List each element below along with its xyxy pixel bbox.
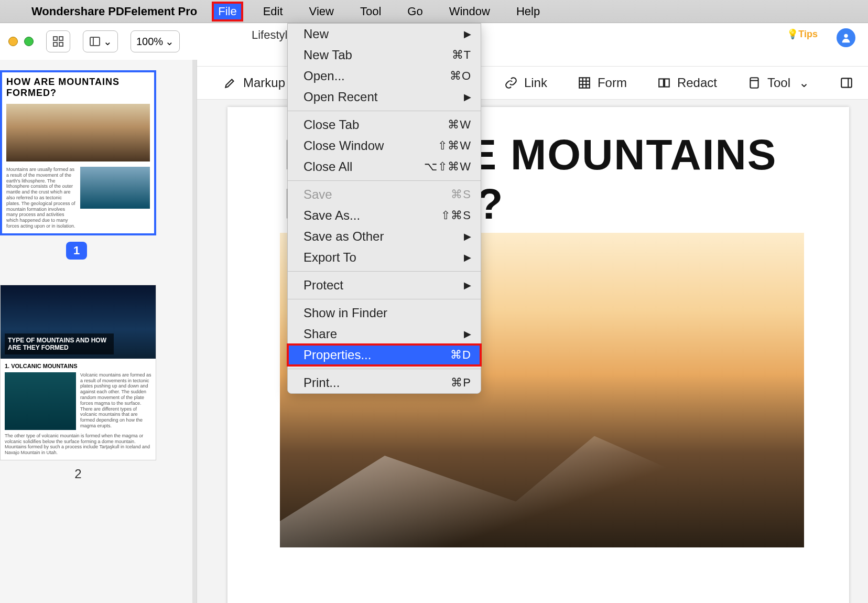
- menu-item-save-as-other[interactable]: Save as Other▶: [288, 226, 481, 247]
- menu-item-new-tab[interactable]: New Tab⌘T: [288, 45, 481, 66]
- thumb-subtitle: 1. VOLCANIC MOUNTAINS: [5, 363, 151, 369]
- tab-title[interactable]: Lifestyl: [252, 28, 287, 42]
- toolbar-form-label: Form: [598, 76, 627, 90]
- menu-shortcut: ⌘W: [448, 118, 471, 132]
- thumb-title: HOW ARE MOUNTAINS FORMED?: [6, 77, 150, 99]
- tool-icon: [747, 76, 761, 90]
- thumb-title: TYPE OF MOUNTAINS AND HOW ARE THEY FORME…: [5, 333, 114, 354]
- thumb-text: Mountains are usually formed as a result…: [6, 167, 76, 229]
- menu-item-label: Open...: [303, 69, 345, 83]
- thumbnail-page-1[interactable]: HOW ARE MOUNTAINS FORMED? Mountains are …: [0, 70, 156, 235]
- svg-rect-16: [841, 78, 852, 87]
- mac-menubar: Wondershare PDFelement Pro File Edit Vie…: [0, 0, 868, 23]
- menu-item-label: New Tab: [303, 48, 352, 62]
- page-number-2: 2: [0, 467, 156, 481]
- svg-point-6: [844, 34, 848, 38]
- menu-shortcut: ⌘T: [452, 48, 471, 62]
- menu-item-label: Save As...: [303, 208, 360, 223]
- grid-icon: [52, 35, 64, 48]
- menu-item-close-all[interactable]: Close All⌥⇧⌘W: [288, 156, 481, 177]
- file-menu: New▶New Tab⌘TOpen...⌘OOpen Recent▶Close …: [287, 23, 481, 394]
- submenu-arrow-icon: ▶: [464, 279, 471, 291]
- chevron-down-icon: ⌄: [799, 76, 809, 90]
- svg-rect-3: [59, 42, 63, 46]
- menu-shortcut: ⌘S: [451, 188, 471, 201]
- account-avatar[interactable]: [837, 28, 855, 47]
- menu-shortcut: ⌥⇧⌘W: [424, 160, 471, 174]
- markup-icon: [223, 76, 237, 90]
- menu-item-print-[interactable]: Print...⌘P: [288, 372, 481, 393]
- menu-separator: [288, 299, 481, 299]
- minimize-button[interactable]: [8, 37, 18, 46]
- menu-item-label: Print...: [303, 375, 340, 390]
- menu-item-open-[interactable]: Open...⌘O: [288, 66, 481, 87]
- menu-shortcut: ⌘O: [450, 69, 471, 83]
- submenu-arrow-icon: ▶: [464, 28, 471, 40]
- sidebar: HOW ARE MOUNTAINS FORMED? Mountains are …: [0, 60, 197, 603]
- menu-tool[interactable]: Tool: [355, 3, 386, 20]
- menu-item-save-as-[interactable]: Save As...⇧⌘S: [288, 205, 481, 226]
- menu-item-save: Save⌘S: [288, 184, 481, 205]
- toolbar-link[interactable]: Link: [504, 76, 547, 90]
- menu-shortcut: ⌘P: [451, 376, 471, 390]
- thumbnails-toggle[interactable]: [46, 30, 70, 52]
- toolbar-redact[interactable]: Redact: [657, 76, 717, 90]
- menu-item-show-in-finder[interactable]: Show in Finder: [288, 303, 481, 324]
- thumbnail-page-2[interactable]: TYPE OF MOUNTAINS AND HOW ARE THEY FORME…: [0, 285, 156, 460]
- menu-item-close-window[interactable]: Close Window⇧⌘W: [288, 135, 481, 156]
- zoom-select[interactable]: 100% ⌄: [131, 30, 180, 52]
- menu-item-label: Export To: [303, 250, 356, 265]
- sidebar-mode-select[interactable]: ⌄: [83, 30, 118, 52]
- tips-button[interactable]: 💡Tips: [787, 28, 818, 40]
- sidebar-scrollbar[interactable]: [192, 60, 197, 451]
- tips-label: Tips: [798, 29, 818, 39]
- svg-rect-4: [90, 37, 100, 46]
- menu-file[interactable]: File: [213, 3, 242, 20]
- menu-item-open-recent[interactable]: Open Recent▶: [288, 87, 481, 107]
- svg-rect-14: [750, 78, 758, 88]
- toolbar-link-label: Link: [524, 76, 547, 90]
- toolbar-markup-label: Markup: [243, 76, 285, 90]
- menu-item-label: Close Window: [303, 138, 384, 153]
- menu-item-export-to[interactable]: Export To▶: [288, 247, 481, 268]
- page-badge-1: 1: [66, 242, 87, 260]
- menu-separator: [288, 111, 481, 111]
- menu-separator: [288, 369, 481, 369]
- person-icon: [840, 32, 852, 44]
- menu-shortcut: ⇧⌘W: [438, 139, 471, 153]
- menu-item-close-tab[interactable]: Close Tab⌘W: [288, 114, 481, 135]
- thumb-text: The other type of volcanic mountain is f…: [5, 433, 151, 456]
- zoom-button[interactable]: [24, 37, 34, 46]
- menu-view[interactable]: View: [304, 3, 339, 20]
- menu-item-protect[interactable]: Protect▶: [288, 275, 481, 296]
- app-name: Wondershare PDFelement Pro: [31, 5, 197, 18]
- menu-item-properties-[interactable]: Properties...⌘D: [288, 344, 481, 365]
- toolbar-panel-toggle[interactable]: [840, 76, 853, 90]
- link-icon: [504, 76, 518, 90]
- thumb-text: Volcanic mountains are formed as a resul…: [80, 372, 151, 430]
- menu-item-label: Open Recent: [303, 90, 377, 104]
- toolbar-redact-label: Redact: [677, 76, 717, 90]
- menu-item-share[interactable]: Share▶: [288, 324, 481, 344]
- submenu-arrow-icon: ▶: [464, 328, 471, 340]
- menu-shortcut: ⇧⌘S: [441, 209, 471, 222]
- menu-item-label: Properties...: [303, 348, 371, 362]
- menu-help[interactable]: Help: [511, 3, 545, 20]
- form-icon: [578, 76, 591, 90]
- menu-item-label: New: [303, 27, 329, 41]
- menu-item-label: Close All: [303, 159, 352, 174]
- menu-item-new[interactable]: New▶: [288, 24, 481, 45]
- menu-edit[interactable]: Edit: [258, 3, 288, 20]
- menu-item-label: Save: [303, 187, 332, 202]
- toolbar-tool[interactable]: Tool⌄: [747, 76, 809, 90]
- menu-separator: [288, 271, 481, 272]
- menu-window[interactable]: Window: [444, 3, 495, 20]
- traffic-lights: [8, 37, 34, 46]
- menu-go[interactable]: Go: [402, 3, 428, 20]
- toolbar-form[interactable]: Form: [578, 76, 627, 90]
- chevron-down-icon: ⌄: [165, 35, 174, 48]
- toolbar-markup[interactable]: Markup: [223, 76, 285, 90]
- menu-item-label: Share: [303, 327, 337, 341]
- svg-rect-12: [659, 79, 664, 87]
- redact-icon: [657, 76, 671, 90]
